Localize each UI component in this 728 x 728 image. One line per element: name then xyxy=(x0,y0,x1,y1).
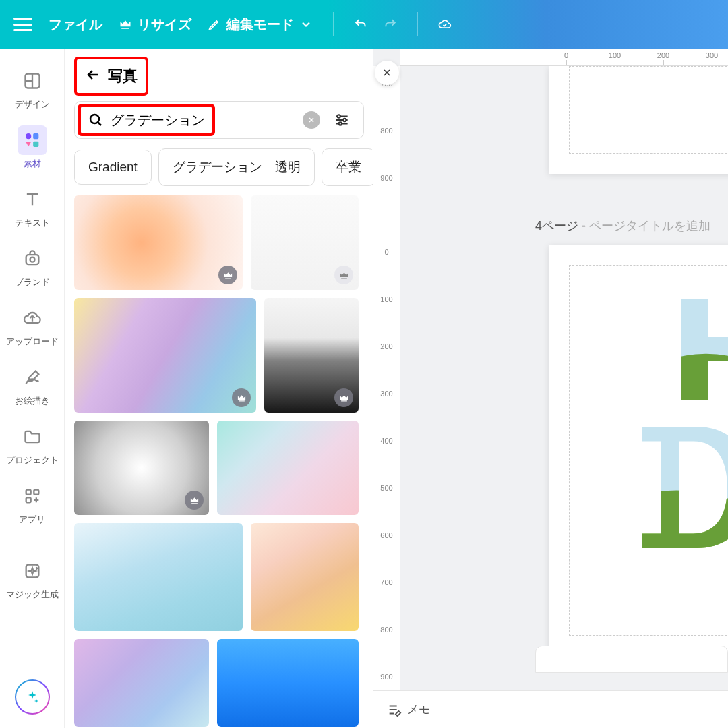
pro-badge xyxy=(218,266,237,284)
page-label[interactable]: 4ページ - ページタイトルを追加 xyxy=(535,218,710,234)
resize-menu[interactable]: リサイズ xyxy=(119,16,191,34)
sidebar-item-brand[interactable]: ブランド xyxy=(5,239,59,294)
image-tile[interactable] xyxy=(74,523,243,631)
cloud-button[interactable] xyxy=(438,18,452,31)
svg-point-12 xyxy=(343,119,346,121)
back-button[interactable]: 写真 xyxy=(74,57,148,96)
chip[interactable]: 卒業 xyxy=(322,148,373,186)
image-tile[interactable] xyxy=(74,639,209,727)
canvas-area: 0 100 200 300 400 700 800 900 0 100 200 … xyxy=(373,49,728,728)
sidebar-item-upload[interactable]: アップロード xyxy=(5,298,59,353)
svg-rect-3 xyxy=(33,142,38,147)
elements-panel: 写真 Gradient グラデーション 透明 卒業 xyxy=(65,49,373,728)
divider xyxy=(16,541,49,541)
clear-search-button[interactable] xyxy=(303,111,320,129)
search-input[interactable] xyxy=(111,113,205,128)
folder-icon xyxy=(23,427,42,446)
undo-icon xyxy=(354,18,367,31)
svg-rect-14 xyxy=(670,299,728,361)
sidebar-item-apps[interactable]: アプリ xyxy=(5,476,59,531)
sidebar-item-text[interactable]: テキスト xyxy=(5,179,59,235)
chevron-down-icon xyxy=(299,18,313,31)
svg-rect-8 xyxy=(26,497,30,502)
magic-button[interactable] xyxy=(15,679,50,715)
close-panel-button[interactable] xyxy=(375,61,399,85)
shapes-icon xyxy=(23,131,42,150)
file-menu[interactable]: ファイル xyxy=(49,16,102,34)
image-tile[interactable] xyxy=(251,523,359,631)
chip[interactable]: Gradient xyxy=(74,150,152,185)
image-tile[interactable] xyxy=(217,639,359,727)
pro-badge xyxy=(334,266,353,284)
page-frame[interactable] xyxy=(549,245,728,656)
edit-mode-menu[interactable]: 編集モード xyxy=(208,16,313,34)
page-thumb-strip[interactable] xyxy=(535,646,728,673)
undo-button[interactable] xyxy=(354,18,367,31)
svg-rect-6 xyxy=(26,490,30,495)
cloud-check-icon xyxy=(438,18,452,31)
notes-button[interactable]: メモ xyxy=(387,702,430,717)
results-grid xyxy=(74,195,364,728)
image-tile[interactable] xyxy=(217,421,359,515)
crown-icon xyxy=(119,18,132,31)
svg-point-11 xyxy=(338,115,340,117)
sidebar-item-elements[interactable]: 素材 xyxy=(5,120,59,175)
canvas-letter-h[interactable] xyxy=(670,299,728,400)
notes-icon xyxy=(387,702,402,717)
arrow-left-icon xyxy=(85,67,101,86)
sidebar-item-design[interactable]: デザイン xyxy=(5,61,59,116)
sidebar-item-projects[interactable]: プロジェクト xyxy=(5,417,59,472)
sidebar-item-magic[interactable]: マジック生成 xyxy=(5,551,59,606)
redo-icon xyxy=(384,18,397,31)
close-icon xyxy=(382,67,392,78)
bottom-bar: メモ xyxy=(373,690,728,728)
svg-point-13 xyxy=(339,122,342,125)
image-tile[interactable] xyxy=(251,195,359,290)
page-frame[interactable] xyxy=(549,66,728,174)
layout-icon xyxy=(23,71,42,90)
close-icon xyxy=(307,116,315,124)
redo-button[interactable] xyxy=(384,18,397,31)
pro-badge xyxy=(334,388,353,407)
sliders-icon xyxy=(333,111,351,129)
text-icon xyxy=(23,190,42,209)
menu-icon[interactable] xyxy=(13,18,32,31)
svg-rect-7 xyxy=(34,490,38,495)
svg-point-1 xyxy=(26,133,31,139)
filter-button[interactable] xyxy=(327,105,357,135)
search-icon xyxy=(88,112,104,128)
svg-point-5 xyxy=(30,257,34,262)
pencil-icon xyxy=(208,18,221,31)
chip-row: Gradient グラデーション 透明 卒業 xyxy=(74,148,364,186)
brand-icon xyxy=(23,249,42,268)
image-tile[interactable] xyxy=(264,298,359,413)
svg-rect-4 xyxy=(26,255,38,264)
canvas-letter-d[interactable] xyxy=(636,427,728,548)
divider xyxy=(417,12,418,36)
upload-icon xyxy=(23,309,42,328)
svg-point-18 xyxy=(688,451,707,471)
back-label: 写真 xyxy=(108,66,138,86)
divider xyxy=(333,12,334,36)
image-tile[interactable] xyxy=(74,195,243,290)
image-tile[interactable] xyxy=(74,298,256,413)
pro-badge xyxy=(185,491,204,510)
apps-icon xyxy=(23,487,42,506)
ruler-horizontal: 0 100 200 300 400 xyxy=(400,49,728,66)
draw-icon xyxy=(23,368,42,387)
canvas-viewport[interactable]: 4ページ - ページタイトルを追加 xyxy=(400,66,728,688)
topbar: ファイル リサイズ 編集モード xyxy=(0,0,728,49)
sparkle-icon xyxy=(24,689,40,705)
sidebar: デザイン 素材 テキスト ブランド アップロード お絵描き プロジェクト アプ xyxy=(0,49,65,728)
image-tile[interactable] xyxy=(74,421,209,515)
pro-badge xyxy=(232,388,251,407)
svg-point-10 xyxy=(90,115,99,123)
sidebar-item-draw[interactable]: お絵描き xyxy=(5,357,59,413)
magic-icon xyxy=(23,562,42,580)
svg-rect-2 xyxy=(33,133,38,139)
chip[interactable]: グラデーション 透明 xyxy=(158,148,315,186)
search-box[interactable] xyxy=(74,101,364,139)
svg-rect-16 xyxy=(636,427,728,499)
ruler-vertical: 700 800 900 0 100 200 300 400 500 600 70… xyxy=(373,66,400,728)
